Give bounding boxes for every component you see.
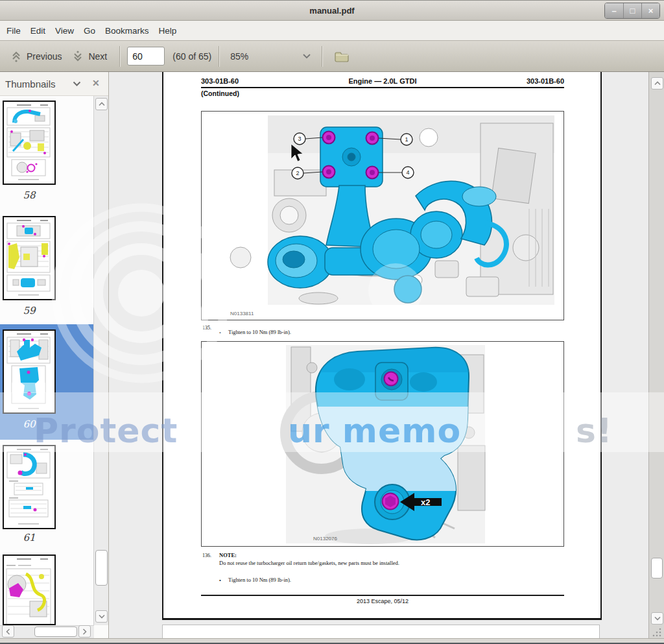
resize-grip[interactable] <box>651 626 663 638</box>
sidebar-scrollbar-vertical[interactable] <box>93 96 108 625</box>
engine-diagram-1: 3 1 2 4 N0133811 <box>202 112 563 320</box>
thumbnail-page-58[interactable] <box>3 101 56 185</box>
menu-bookmarks[interactable]: Bookmarks <box>105 26 149 36</box>
document-scrollbar[interactable] <box>648 72 664 638</box>
open-file-button[interactable] <box>329 47 353 66</box>
chevron-left-icon <box>6 628 10 635</box>
titlebar: manual.pdf – □ × <box>0 0 664 21</box>
sidebar-scroll-left-button[interactable] <box>2 625 14 638</box>
menu-file[interactable]: File <box>6 26 21 36</box>
thumbnail-page-59[interactable] <box>3 216 56 300</box>
sidebar-title: Thumbnails <box>5 78 56 89</box>
document-scroll-down-button[interactable] <box>651 612 663 625</box>
step-135-number: 135. <box>202 325 211 331</box>
sidebar-dropdown-chevron-icon[interactable] <box>73 81 81 87</box>
chevron-down-icon <box>99 614 105 619</box>
pdf-page-60: 303-01B-60 Engine — 2.0L GTDI 303-01B-60… <box>162 72 602 620</box>
thumbnail-art-61 <box>4 446 54 527</box>
chevron-right-icon <box>82 628 87 635</box>
thumbnail-art-59 <box>4 217 54 298</box>
chevron-down-icon <box>303 54 311 59</box>
figure-turbocharger-bolts: 3 1 2 4 N0133811 <box>201 111 564 320</box>
document-viewport: 303-01B-60 Engine — 2.0L GTDI 303-01B-60… <box>109 72 648 638</box>
maximize-button[interactable]: □ <box>623 3 641 18</box>
menu-view[interactable]: View <box>55 26 74 36</box>
thumbnails-sidebar: Thumbnails ✕ <box>0 72 109 638</box>
toolbar: Previous Next (60 of 65) 85% <box>0 40 664 72</box>
window-title: manual.pdf <box>0 6 664 16</box>
document-scroll-thumb[interactable] <box>651 558 663 578</box>
sidebar-close-icon[interactable]: ✕ <box>92 78 100 88</box>
thumbnail-label-60: 60 <box>3 418 56 430</box>
continued-label: (Continued) <box>201 89 239 97</box>
sidebar-scrollbar-horizontal[interactable] <box>0 625 94 638</box>
quantity-badge-text: x2 <box>421 497 430 507</box>
page-count-label: (60 of 65) <box>172 51 211 62</box>
thumbnail-art-58 <box>4 102 54 183</box>
thumbnail-label-61: 61 <box>3 532 56 543</box>
figure1-ref-label: N0133811 <box>230 311 254 316</box>
folder-icon <box>333 49 350 63</box>
callout-2: 2 <box>296 170 299 176</box>
zoom-value: 85% <box>230 51 248 62</box>
step-135-bullet: • <box>219 330 221 336</box>
previous-label: Previous <box>27 51 62 62</box>
callout-1: 1 <box>405 136 408 143</box>
menu-edit[interactable]: Edit <box>30 26 45 36</box>
header-rule <box>201 87 564 88</box>
page-number-input[interactable] <box>127 47 165 66</box>
sidebar-scroll-up-button[interactable] <box>95 98 108 110</box>
step-136-text: Tighten to 10 Nm (89 lb-in). <box>228 577 291 583</box>
next-icon <box>72 50 84 63</box>
step-135-text: Tighten to 10 Nm (89 lb-in). <box>228 329 291 335</box>
chevron-down-icon <box>654 616 661 621</box>
toolbar-separator <box>219 46 219 67</box>
chevron-up-icon <box>99 102 105 106</box>
menu-help[interactable]: Help <box>159 26 177 36</box>
window-controls: – □ × <box>604 3 660 19</box>
step-136-number: 136. <box>202 553 211 558</box>
menu-go[interactable]: Go <box>84 26 95 36</box>
sidebar-scroll-thumb[interactable] <box>95 550 108 586</box>
chevron-up-icon <box>654 81 661 86</box>
footer-rule <box>201 595 564 596</box>
window-bottom-edge <box>0 638 664 644</box>
thumbnail-page-60-selected[interactable] <box>3 329 56 414</box>
pdf-page-61-sliver <box>162 625 600 638</box>
sidebar-scroll-down-button[interactable] <box>95 610 108 623</box>
zoom-level-select[interactable]: 85% <box>226 51 314 62</box>
thumbnail-art-partial <box>4 556 54 625</box>
page-header-right: 303-01B-60 <box>163 77 564 85</box>
thumbnail-page-61[interactable] <box>3 445 56 529</box>
callout-3: 3 <box>298 136 301 142</box>
previous-page-button[interactable]: Previous <box>5 46 67 67</box>
close-button[interactable]: × <box>641 3 659 18</box>
app-window: manual.pdf – □ × File Edit View Go Bookm… <box>0 0 664 644</box>
next-label: Next <box>88 51 107 62</box>
document-scroll-up-button[interactable] <box>651 77 663 89</box>
minimize-button[interactable]: – <box>605 3 623 18</box>
toolbar-separator <box>322 46 322 67</box>
sidebar-hscroll-thumb[interactable] <box>34 626 77 637</box>
thumbnail-label-59: 59 <box>3 305 56 316</box>
callout-4: 4 <box>406 169 409 176</box>
step-136-note-text: Do not reuse the turbocharger oil return… <box>219 560 399 566</box>
engine-diagram-2: x2 N0132076 <box>202 342 563 546</box>
step-136-bullet: • <box>219 578 221 584</box>
thumbnail-art-60 <box>4 331 54 412</box>
next-page-button[interactable]: Next <box>67 46 112 67</box>
page-footer: 2013 Escape, 05/12 <box>163 598 602 604</box>
menu-bar: File Edit View Go Bookmarks Help <box>0 21 664 40</box>
thumbnail-list: 58 <box>0 96 94 625</box>
sidebar-scroll-right-button[interactable] <box>78 625 91 638</box>
step-136-note-label: NOTE: <box>219 552 237 558</box>
figure2-ref-label: N0132076 <box>313 536 337 542</box>
toolbar-separator <box>119 46 120 67</box>
figure-oil-return-tube: x2 N0132076 <box>201 341 564 547</box>
thumbnail-page-partial[interactable] <box>3 555 56 625</box>
thumbnail-label-58: 58 <box>3 189 56 201</box>
sidebar-header: Thumbnails ✕ <box>0 72 108 96</box>
previous-icon <box>10 50 22 63</box>
